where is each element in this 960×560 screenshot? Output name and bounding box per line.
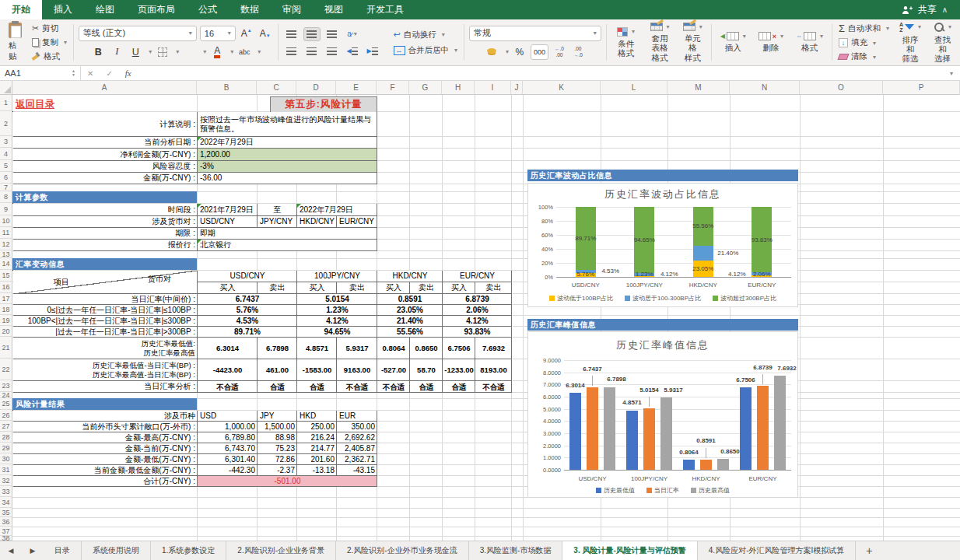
fx-value-cell[interactable]: 55.56% xyxy=(377,327,443,338)
buy-header-cell[interactable]: 买入 xyxy=(198,282,258,294)
column-header-D[interactable]: D xyxy=(296,81,336,95)
ribbon-tab-页面布局[interactable]: 页面布局 xyxy=(126,0,187,19)
param-value-cell[interactable]: USD/CNY xyxy=(198,216,258,228)
column-header-M[interactable]: M xyxy=(667,81,730,95)
results-value-cell[interactable]: 6,743.70 xyxy=(198,443,258,454)
percent-style-button[interactable]: % xyxy=(512,44,527,60)
currency-header-cell[interactable]: EUR xyxy=(337,411,377,422)
column-header-B[interactable]: B xyxy=(197,81,257,95)
column-header-K[interactable]: K xyxy=(523,81,601,95)
row-header-21[interactable]: 21 xyxy=(0,337,12,359)
fx-value-cell[interactable]: -1233.00 xyxy=(443,359,475,381)
row-header-22[interactable]: 22 xyxy=(0,359,12,380)
formula-input[interactable] xyxy=(138,66,943,80)
font-color-button[interactable]: A xyxy=(209,44,225,60)
results-value-cell[interactable]: 6,789.80 xyxy=(198,432,258,443)
summary-label-cell[interactable]: 净利润金额(万-CNY) : xyxy=(13,149,198,161)
font-size-select[interactable]: 16▾ xyxy=(200,26,236,41)
decrease-font-size-button[interactable]: A▼ xyxy=(258,26,273,41)
column-header-P[interactable]: P xyxy=(883,81,960,95)
ribbon-tab-绘图[interactable]: 绘图 xyxy=(84,0,126,19)
fx-value-cell[interactable]: 1.23% xyxy=(297,305,377,316)
summary-value-cell[interactable]: 1,200.00 xyxy=(198,149,377,161)
fx-value-cell[interactable]: 合适 xyxy=(297,381,337,393)
fx-label-cell[interactable]: 历史汇率最低值: 历史汇率最高值 xyxy=(13,338,198,359)
row-header-30[interactable]: 30 xyxy=(0,453,12,464)
collapse-ribbon-icon[interactable]: ∧ xyxy=(942,5,948,14)
format-painter-button[interactable]: 格式 xyxy=(30,51,68,63)
fx-value-cell[interactable]: 不合适 xyxy=(198,381,258,393)
column-header-J[interactable]: J xyxy=(511,81,523,95)
fx-label-cell[interactable]: 0≤|过去一年任一日汇率-当日汇率|≤100BP : xyxy=(13,305,198,316)
ribbon-tab-公式[interactable]: 公式 xyxy=(187,0,229,19)
param-value-cell[interactable]: 即期 xyxy=(198,228,377,240)
fx-label-cell[interactable]: 当日汇率分析 : xyxy=(13,381,198,393)
column-header-E[interactable]: E xyxy=(336,81,377,95)
increase-font-size-button[interactable]: A▲ xyxy=(239,26,254,41)
param-value-cell[interactable]: 2021年7月29日 xyxy=(198,204,258,216)
sell-header-cell[interactable]: 卖出 xyxy=(410,282,443,294)
align-middle-button[interactable] xyxy=(303,27,321,41)
fx-label-cell[interactable]: 100BP<|过去一年任一日汇率-当日汇率|≤300BP : xyxy=(13,316,198,327)
fx-value-cell[interactable]: 0.8650 xyxy=(410,338,443,359)
align-left-button[interactable] xyxy=(283,44,300,58)
italic-button[interactable]: I xyxy=(109,44,124,60)
results-value-cell[interactable]: 88.98 xyxy=(258,432,297,443)
results-value-cell[interactable]: 72.86 xyxy=(258,454,297,465)
fx-label-cell[interactable]: 历史汇率最低值-当日汇率(BP) : 历史汇率最高值-当日汇率(BP) : xyxy=(13,359,198,381)
row-header-26[interactable]: 26 xyxy=(0,410,12,421)
text-orientation-button[interactable]: a̷▾ xyxy=(344,27,361,41)
row-header-29[interactable]: 29 xyxy=(0,443,12,453)
param-value-cell[interactable]: HKD/CNY xyxy=(297,216,337,228)
param-value-cell[interactable]: 北京银行 xyxy=(198,240,377,251)
results-value-cell[interactable]: 2,692.62 xyxy=(337,432,377,443)
row-header-31[interactable]: 31 xyxy=(0,464,12,475)
row-header-6[interactable]: 6 xyxy=(0,172,12,184)
summary-value-cell[interactable]: 按照过去一年市场波动峰值进行的风险计量结果与预警信息。 xyxy=(198,112,377,137)
paste-button[interactable]: 粘贴 xyxy=(5,19,26,65)
param-label-cell[interactable]: 涉及货币对 : xyxy=(13,216,198,228)
align-center-button[interactable] xyxy=(303,44,321,58)
column-header-F[interactable]: F xyxy=(377,81,409,95)
fx-value-cell[interactable]: 不合适 xyxy=(377,381,410,393)
row-header-14[interactable]: 14 xyxy=(0,258,12,270)
column-header-G[interactable]: G xyxy=(409,81,442,95)
fx-value-cell[interactable]: 合适 xyxy=(258,381,297,393)
buy-header-cell[interactable]: 买入 xyxy=(443,282,475,294)
param-label-cell[interactable]: 报价行 : xyxy=(13,240,198,251)
fx-value-cell[interactable]: 2.06% xyxy=(443,305,512,316)
name-box-spinner[interactable]: ▲▼ xyxy=(72,69,75,78)
underline-button[interactable]: U xyxy=(128,44,143,60)
fx-value-cell[interactable]: 21.40% xyxy=(377,316,443,327)
fx-value-cell[interactable]: 合适 xyxy=(443,381,475,393)
column-header-L[interactable]: L xyxy=(601,81,667,95)
ribbon-tab-开始[interactable]: 开始 xyxy=(0,0,42,19)
fx-value-cell[interactable]: 4.12% xyxy=(297,316,377,327)
sheet-tab-1.系统参数设定[interactable]: 1.系统参数设定 xyxy=(151,541,226,560)
results-value-cell[interactable]: 214.77 xyxy=(297,443,337,454)
row-header-16[interactable]: 16 xyxy=(0,282,12,293)
row-header-10[interactable]: 10 xyxy=(0,215,12,227)
fx-value-cell[interactable]: 23.05% xyxy=(377,305,443,316)
sell-header-cell[interactable]: 卖出 xyxy=(337,282,377,294)
fill-color-button[interactable] xyxy=(182,44,198,60)
decrease-indent-button[interactable]: ◀ xyxy=(344,44,361,58)
currency-header-cell[interactable]: HKD xyxy=(297,411,337,422)
bold-button[interactable]: B xyxy=(90,44,106,60)
fx-value-cell[interactable]: 0.8591 xyxy=(377,294,443,305)
delete-cells-button[interactable]: ×▾ 删除 xyxy=(755,30,787,54)
results-label-cell[interactable]: 金额-当前(万-CNY) : xyxy=(13,443,198,454)
results-header-label[interactable]: 涉及币种 xyxy=(13,411,198,422)
results-value-cell[interactable]: -2.37 xyxy=(258,465,297,476)
row-header-28[interactable]: 28 xyxy=(0,432,12,443)
pair-header-cell[interactable]: EUR/CNY xyxy=(443,271,512,282)
sheet-nav-left-icon[interactable]: ◀ xyxy=(0,541,22,560)
ribbon-tab-插入[interactable]: 插入 xyxy=(42,0,84,19)
total-value-cell[interactable]: -501.00 xyxy=(198,476,377,487)
row-header-9[interactable]: 9 xyxy=(0,203,12,215)
row-header-15[interactable]: 15 xyxy=(0,270,12,282)
sell-header-cell[interactable]: 卖出 xyxy=(475,282,512,294)
share-button[interactable]: 共享 xyxy=(918,3,937,16)
volatility-chart[interactable]: 历史汇率波动占比信息0%20%40%60%80%100%5.76%4.53%89… xyxy=(527,183,798,307)
fx-label-cell[interactable]: |过去一年任一日汇率-当日汇率|>300BP : xyxy=(13,327,198,338)
